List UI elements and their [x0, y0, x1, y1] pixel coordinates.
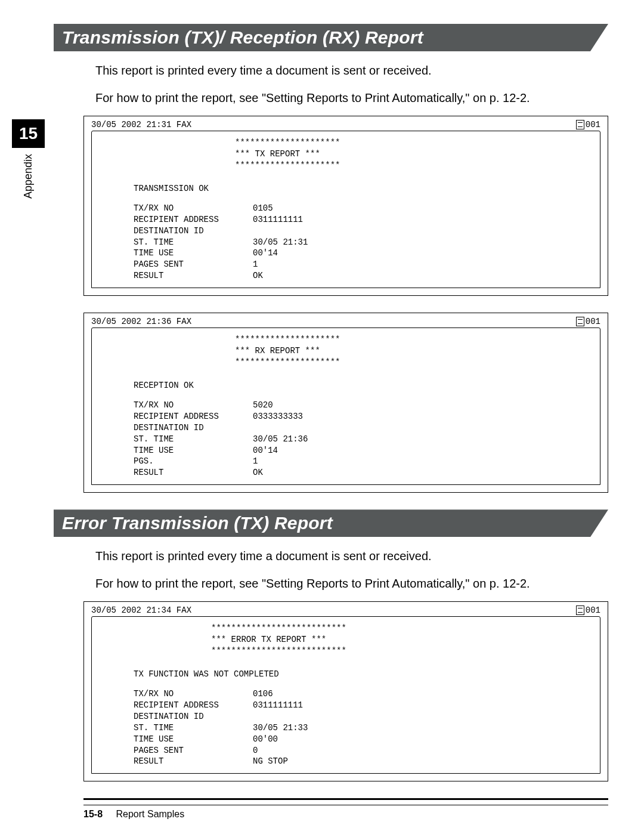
report-title-border: *********************: [235, 160, 590, 171]
footer-label: Report Samples: [116, 809, 184, 819]
report-row: PAGES SENT 1: [134, 259, 590, 270]
report-row: RESULTOK: [134, 467, 590, 478]
report-title-border: *********************: [235, 357, 590, 368]
report-row: TIME USE00'14: [134, 445, 590, 456]
tx-report-box: 30/05 2002 21:31 FAX 001 ***************…: [83, 116, 608, 296]
report-row: RECIPIENT ADDRESS0311111111: [134, 700, 590, 711]
report-title-border: *********************: [235, 137, 590, 149]
section-heading-error-tx: Error Transmission (TX) Report: [54, 509, 608, 537]
report-header-left: 30/05 2002 21:31 FAX: [91, 120, 191, 129]
appendix-label: Appendix: [22, 154, 35, 199]
report-row: TX/RX NO0106: [134, 688, 590, 700]
report-status: TRANSMISSION OK: [134, 183, 590, 194]
section-heading-tx-rx: Transmission (TX)/ Reception (RX) Report: [54, 24, 608, 51]
chapter-number-badge: 15: [12, 119, 45, 148]
report-row: DESTINATION ID: [134, 711, 590, 722]
report-row: RESULTNG STOP: [134, 756, 590, 767]
report-row: TX/RX NO0105: [134, 203, 590, 214]
report-row: PGS. 1: [134, 456, 590, 467]
report-row: RECIPIENT ADDRESS0311111111: [134, 214, 590, 225]
report-row: RESULTOK: [134, 270, 590, 282]
body-text: This report is printed every time a docu…: [95, 61, 608, 80]
body-text: For how to print the report, see "Settin…: [95, 88, 608, 107]
page-number: 15-8: [83, 809, 103, 819]
report-title-border: ***************************: [211, 645, 590, 657]
error-tx-report-box: 30/05 2002 21:34 FAX 001 ***************…: [83, 601, 608, 781]
report-row: ST. TIME30/05 21:36: [134, 434, 590, 445]
report-row: ST. TIME30/05 21:33: [134, 722, 590, 734]
report-title-line: *** TX REPORT ***: [235, 149, 590, 160]
side-tab: 15 Appendix: [12, 119, 45, 199]
report-title-line: *** ERROR TX REPORT ***: [211, 634, 590, 645]
body-text: This report is printed every time a docu…: [95, 546, 608, 566]
report-row: PAGES SENT 0: [134, 745, 590, 756]
report-row: RECIPIENT ADDRESS0333333333: [134, 411, 590, 422]
report-row: DESTINATION ID: [134, 225, 590, 237]
report-row: TX/RX NO5020: [134, 400, 590, 411]
page-icon: [576, 120, 584, 129]
report-row: TIME USE00'00: [134, 734, 590, 745]
body-text: For how to print the report, see "Settin…: [95, 574, 608, 593]
page-icon: [576, 317, 584, 326]
page-footer: 15-8 Report Samples: [83, 809, 608, 820]
footer-rule-thin: [83, 805, 608, 805]
report-header-right: 001: [576, 317, 600, 326]
report-header-left: 30/05 2002 21:34 FAX: [91, 605, 191, 615]
page-icon: [576, 605, 584, 615]
report-title-border: ***************************: [211, 623, 590, 634]
report-header-right: 001: [576, 120, 600, 129]
report-title-border: *********************: [235, 334, 590, 345]
report-row: ST. TIME30/05 21:31: [134, 237, 590, 248]
report-row: TIME USE00'14: [134, 248, 590, 259]
report-header-left: 30/05 2002 21:36 FAX: [91, 317, 191, 326]
report-row: DESTINATION ID: [134, 422, 590, 434]
footer-rule-thick: [83, 798, 608, 800]
report-header-right: 001: [576, 605, 600, 615]
report-title-line: *** RX REPORT ***: [235, 345, 590, 357]
report-status: TX FUNCTION WAS NOT COMPLETED: [134, 669, 590, 680]
report-status: RECEPTION OK: [134, 380, 590, 391]
rx-report-box: 30/05 2002 21:36 FAX 001 ***************…: [83, 313, 608, 493]
